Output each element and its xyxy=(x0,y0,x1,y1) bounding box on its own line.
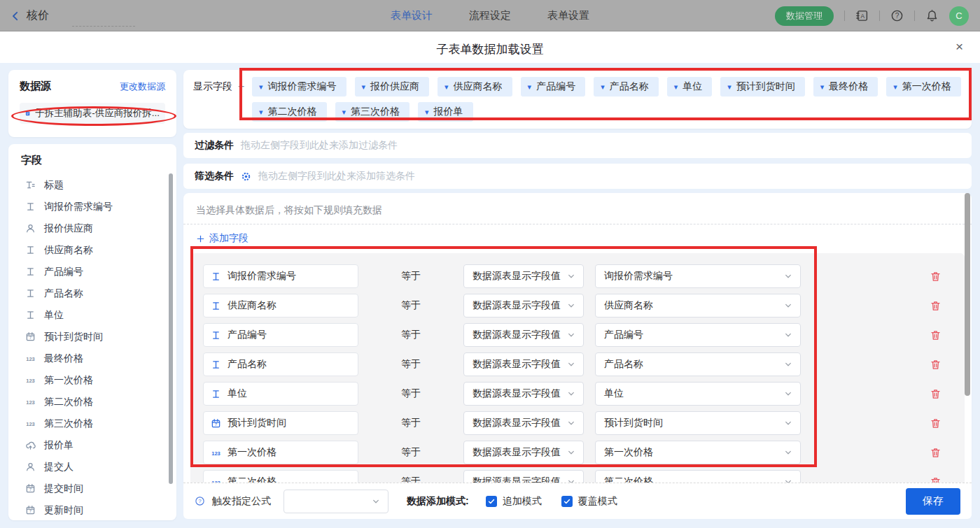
display-fields-label: 显示字段 xyxy=(193,80,232,93)
trash-icon[interactable] xyxy=(930,418,941,429)
field-item[interactable]: 提交时间 xyxy=(8,478,176,499)
rule-source-select[interactable]: 数据源表显示字段值 xyxy=(463,323,584,347)
rule-field-box[interactable]: 单位 xyxy=(203,382,358,406)
date-field-icon xyxy=(25,331,36,342)
field-item[interactable]: 最终价格 xyxy=(8,348,176,369)
field-item[interactable]: 第三次价格 xyxy=(8,413,176,434)
fields-scrollbar[interactable] xyxy=(169,173,173,484)
rule-target-select[interactable]: 产品名称 xyxy=(595,352,801,376)
rule-source-select[interactable]: 数据源表显示字段值 xyxy=(463,294,584,317)
trash-icon[interactable] xyxy=(930,329,941,341)
rule-field-box[interactable]: 产品编号 xyxy=(203,323,358,347)
display-field-chip[interactable]: ▾报价供应商 xyxy=(355,77,430,97)
topbar-tab[interactable]: 流程设定 xyxy=(469,9,511,22)
field-item[interactable]: 产品编号 xyxy=(8,261,176,283)
rule-target-select[interactable]: 第二次价格 xyxy=(595,470,801,483)
rule-source-select[interactable]: 数据源表显示字段值 xyxy=(463,352,584,376)
formula-select[interactable] xyxy=(284,490,388,513)
avatar[interactable]: C xyxy=(949,6,969,26)
display-field-chip[interactable]: ▾产品编号 xyxy=(521,77,586,97)
text-field-icon xyxy=(25,245,36,255)
help-icon[interactable] xyxy=(195,496,205,506)
field-item[interactable]: 预计到货时间 xyxy=(8,326,176,348)
change-datasource-link[interactable]: 更改数据源 xyxy=(120,80,165,93)
plus-icon xyxy=(196,234,205,243)
app-root: 核价 表单设计流程设定表单设置 数据管理 C 子表单数据加载设置 × 数据源 更… xyxy=(0,0,980,528)
field-item[interactable]: 提交人 xyxy=(8,456,176,478)
mode-checkbox[interactable]: 追加模式 xyxy=(486,495,542,508)
field-item[interactable]: 报价单 xyxy=(8,434,176,456)
checkbox-checked-icon[interactable] xyxy=(486,496,497,507)
add-field-button[interactable]: 添加字段 xyxy=(183,224,267,252)
rule-target-select[interactable]: 第一次价格 xyxy=(595,441,801,464)
chip-label: 产品编号 xyxy=(536,80,575,93)
add-display-field-icon[interactable]: + xyxy=(238,80,244,93)
field-item[interactable]: 第二次价格 xyxy=(8,391,176,413)
rules-scrollbar[interactable] xyxy=(965,193,970,396)
field-item[interactable]: 供应商名称 xyxy=(8,239,176,261)
field-item[interactable]: 询报价需求编号 xyxy=(8,196,176,217)
topbar-tab[interactable]: 表单设置 xyxy=(547,9,589,22)
caret-down-icon: ▾ xyxy=(674,83,678,91)
datasource-item[interactable]: 子拆主辅助表-供应商报价拆... xyxy=(20,103,165,124)
rule-field-box[interactable]: 预计到货时间 xyxy=(203,411,358,435)
rule-target-select[interactable]: 产品编号 xyxy=(595,323,801,347)
contacts-icon[interactable] xyxy=(855,9,869,22)
rule-target-select[interactable]: 单位 xyxy=(595,382,801,406)
display-field-chip[interactable]: ▾报价单 xyxy=(418,102,473,122)
rule-source-select[interactable]: 数据源表显示字段值 xyxy=(463,382,584,406)
field-item[interactable]: 产品名称 xyxy=(8,283,176,304)
trash-icon[interactable] xyxy=(930,447,941,459)
display-field-chip[interactable]: ▾预计到货时间 xyxy=(720,77,805,97)
rule-source-select[interactable]: 数据源表显示字段值 xyxy=(463,411,584,435)
topbar-tab[interactable]: 表单设计 xyxy=(391,9,433,22)
rule-target-select[interactable]: 预计到货时间 xyxy=(595,411,801,435)
caret-down-icon: ▾ xyxy=(425,108,429,116)
rule-field-box[interactable]: 产品名称 xyxy=(203,352,358,376)
bell-icon[interactable] xyxy=(925,9,939,22)
gear-icon[interactable] xyxy=(241,171,251,182)
display-field-chip[interactable]: ▾第二次价格 xyxy=(252,102,327,122)
display-field-chip[interactable]: ▾第三次价格 xyxy=(335,102,410,122)
data-manage-button[interactable]: 数据管理 xyxy=(775,6,834,26)
display-field-chip[interactable]: ▾第一次价格 xyxy=(886,77,961,97)
trash-icon[interactable] xyxy=(930,271,941,283)
filter-condition-bar[interactable]: 过滤条件 拖动左侧字段到此处来添加过滤条件 xyxy=(183,133,972,158)
rule-source-select[interactable]: 数据源表显示字段值 xyxy=(463,264,584,288)
close-icon[interactable]: × xyxy=(955,40,963,53)
display-field-chip[interactable]: ▾单位 xyxy=(667,77,713,97)
field-item[interactable]: 标题 xyxy=(8,174,176,196)
field-item-label: 产品名称 xyxy=(44,287,83,300)
field-item[interactable]: 第一次价格 xyxy=(8,369,176,391)
trash-icon[interactable] xyxy=(930,476,941,483)
display-field-chip[interactable]: ▾询报价需求编号 xyxy=(252,77,346,97)
save-button[interactable]: 保存 xyxy=(906,488,960,515)
trash-icon[interactable] xyxy=(930,300,941,312)
trash-icon[interactable] xyxy=(930,388,941,400)
mode-checkbox[interactable]: 覆盖模式 xyxy=(561,495,617,508)
trash-icon[interactable] xyxy=(930,359,941,371)
rule-row: 单位等于数据源表显示字段值单位 xyxy=(190,382,965,406)
rule-field-box[interactable]: 第二次价格 xyxy=(203,470,358,483)
help-icon[interactable] xyxy=(890,9,904,22)
field-item[interactable]: 报价供应商 xyxy=(8,217,176,239)
rule-field-box[interactable]: 询报价需求编号 xyxy=(203,264,358,288)
rule-target-select[interactable]: 询报价需求编号 xyxy=(595,264,801,288)
field-item[interactable]: 单位 xyxy=(8,304,176,326)
chevron-down-icon xyxy=(566,359,576,369)
checkbox-checked-icon[interactable] xyxy=(561,496,573,507)
rule-source-select[interactable]: 数据源表显示字段值 xyxy=(463,470,584,483)
rule-field-box[interactable]: 第一次价格 xyxy=(203,441,358,464)
rule-target-select[interactable]: 供应商名称 xyxy=(595,294,801,317)
divider xyxy=(844,10,845,21)
display-field-chip[interactable]: ▾供应商名称 xyxy=(438,77,512,97)
chevron-down-icon xyxy=(783,418,793,428)
rule-field-box[interactable]: 供应商名称 xyxy=(203,294,358,317)
rule-row: 询报价需求编号等于数据源表显示字段值询报价需求编号 xyxy=(190,264,965,288)
rule-source-select[interactable]: 数据源表显示字段值 xyxy=(463,441,584,464)
display-field-chip[interactable]: ▾最终价格 xyxy=(813,77,878,97)
screen-condition-bar[interactable]: 筛选条件 拖动左侧字段到此处来添加筛选条件 xyxy=(183,164,972,189)
display-field-chip[interactable]: ▾产品名称 xyxy=(594,77,659,97)
field-list: 标题询报价需求编号报价供应商供应商名称产品编号产品名称单位预计到货时间最终价格第… xyxy=(8,174,176,520)
field-item[interactable]: 更新时间 xyxy=(8,499,176,520)
